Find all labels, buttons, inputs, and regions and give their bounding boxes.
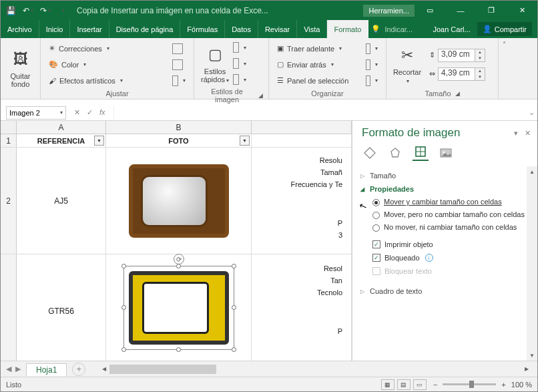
cell-b3[interactable]: ⟳ xyxy=(106,254,252,361)
radio-no-move[interactable]: No mover, ni cambiar tamaño con celdas xyxy=(360,221,529,234)
row-header-3[interactable] xyxy=(1,254,17,361)
column-header-rest[interactable] xyxy=(252,121,352,134)
quick-styles-button[interactable]: ▢ Estilosrápidos▾ xyxy=(200,40,230,87)
tab-data[interactable]: Datos xyxy=(225,20,258,38)
rotate-handle[interactable]: ⟳ xyxy=(174,254,184,264)
task-pane-options-icon[interactable]: ▾ xyxy=(514,129,518,138)
rotate-button[interactable]: ▾ xyxy=(363,73,380,88)
zoom-in-button[interactable]: + xyxy=(501,381,505,389)
tab-formulas[interactable]: Fórmulas xyxy=(180,20,225,38)
select-all-corner[interactable] xyxy=(1,121,17,134)
horizontal-scrollbar[interactable]: ◀▶ xyxy=(99,364,532,375)
fill-line-tab-icon[interactable] xyxy=(362,145,378,161)
tab-home[interactable]: Inicio xyxy=(39,20,71,38)
name-box[interactable]: Imagen 2▾ xyxy=(6,106,66,120)
width-input[interactable]: 4,39 cm▲▼ xyxy=(438,67,485,81)
accept-formula-icon[interactable]: ✓ xyxy=(87,108,93,117)
effects-tab-icon[interactable] xyxy=(387,145,403,161)
tab-format[interactable]: Formato xyxy=(327,20,368,38)
group-button[interactable]: ▾ xyxy=(363,57,380,72)
share-button[interactable]: 👤Compartir xyxy=(477,22,532,36)
redo-icon[interactable]: ↷▾ xyxy=(39,5,51,17)
column-header-a[interactable]: A xyxy=(17,121,106,134)
tab-file[interactable]: Archivo xyxy=(1,20,39,38)
minimize-button[interactable]: — xyxy=(445,1,476,20)
sheet-nav-prev[interactable]: ◀ xyxy=(6,365,11,373)
section-textbox[interactable]: ▷Cuadro de texto xyxy=(360,284,529,298)
radio-move-resize[interactable]: Mover y cambiar tamaño con celdas xyxy=(360,196,529,208)
task-pane-close-icon[interactable]: ✕ xyxy=(525,129,531,138)
cell-b1[interactable]: FOTO▼ xyxy=(106,134,252,147)
qat-customize-icon[interactable]: ▾ xyxy=(57,5,69,17)
height-input[interactable]: 3,09 cm▲▼ xyxy=(438,49,485,62)
view-page-layout-button[interactable]: ▤ xyxy=(397,379,411,390)
section-size[interactable]: ▷Tamaño xyxy=(360,169,529,182)
size-properties-tab-icon[interactable] xyxy=(413,145,429,161)
tab-insert[interactable]: Insertar xyxy=(70,20,109,38)
color-button[interactable]: 🎨Color▾ xyxy=(46,57,170,72)
resize-handle-n[interactable] xyxy=(176,264,181,268)
picture-tab-icon[interactable] xyxy=(438,145,454,161)
reset-picture-button[interactable]: ▾ xyxy=(170,73,188,88)
formula-input[interactable] xyxy=(113,106,525,120)
view-normal-button[interactable]: ▦ xyxy=(381,379,394,390)
sheet-tab-hoja1[interactable]: Hoja1 xyxy=(26,363,67,376)
zoom-slider[interactable] xyxy=(443,383,496,385)
cell-a2[interactable]: AJ5 xyxy=(17,148,106,254)
picture-effects-button[interactable]: ▾ xyxy=(230,56,249,71)
corrections-button[interactable]: ☀Correcciones▾ xyxy=(46,41,170,56)
add-sheet-button[interactable]: + xyxy=(72,363,85,376)
view-page-break-button[interactable]: ▭ xyxy=(413,379,427,390)
resize-handle-se[interactable] xyxy=(232,347,236,352)
resize-handle-w[interactable] xyxy=(121,305,126,310)
compress-pictures-button[interactable] xyxy=(170,41,188,56)
picture-layout-button[interactable]: ▾ xyxy=(230,72,249,87)
selection-pane-button[interactable]: ☰Panel de selección xyxy=(274,73,363,88)
crop-button[interactable]: ✂ Recortar▾ xyxy=(392,40,423,89)
row-header-1[interactable]: 1 xyxy=(1,134,17,147)
close-button[interactable]: ✕ xyxy=(507,1,537,20)
send-backward-button[interactable]: ▢Enviar atrás▾ xyxy=(274,57,363,72)
tab-page-layout[interactable]: Diseño de página xyxy=(109,20,181,38)
filter-button-foto[interactable]: ▼ xyxy=(240,136,250,146)
cancel-formula-icon[interactable]: ✕ xyxy=(74,108,80,117)
radio-move-only[interactable]: ↖ Mover, pero no cambiar tamaño con celd… xyxy=(360,208,529,221)
tab-view[interactable]: Vista xyxy=(297,20,327,38)
resize-handle-sw[interactable] xyxy=(121,347,126,352)
resize-handle-s[interactable] xyxy=(176,347,181,352)
tv-image-2-selected[interactable] xyxy=(129,271,229,345)
resize-handle-e[interactable] xyxy=(232,305,236,310)
collapse-ribbon-button[interactable]: ˄ xyxy=(499,38,509,99)
resize-handle-nw[interactable] xyxy=(121,264,126,268)
column-header-b[interactable]: B xyxy=(106,121,252,134)
ribbon-options-icon[interactable]: ▭ xyxy=(415,1,445,20)
filter-button-ref[interactable]: ▼ xyxy=(94,136,104,146)
cell-c1[interactable] xyxy=(252,134,352,147)
undo-icon[interactable]: ↶▾ xyxy=(22,5,34,17)
tell-me[interactable]: 💡Indicar... xyxy=(371,20,413,38)
task-pane-scrollbar[interactable]: ▲▼ xyxy=(527,166,537,361)
check-locked[interactable]: ✓Bloqueadoi xyxy=(360,251,529,264)
align-button[interactable]: ▾ xyxy=(363,41,380,56)
zoom-out-button[interactable]: − xyxy=(433,381,437,389)
user-name[interactable]: Joan Carl... xyxy=(433,25,470,33)
restore-button[interactable]: ❐ xyxy=(476,1,507,20)
resize-handle-ne[interactable] xyxy=(232,264,236,268)
expand-formula-bar-button[interactable]: ⌄ xyxy=(525,108,537,117)
cell-a1[interactable]: REFERENCIA▼ xyxy=(17,134,106,147)
bring-forward-button[interactable]: ▣Traer adelante▾ xyxy=(274,41,363,56)
remove-background-button[interactable]: 🖼 Quitarfondo xyxy=(6,40,35,97)
cell-a3[interactable]: GTR56 xyxy=(17,254,106,361)
change-picture-button[interactable] xyxy=(170,57,188,72)
fx-icon[interactable]: fx xyxy=(99,108,105,117)
artistic-effects-button[interactable]: 🖌Efectos artísticos▾ xyxy=(46,73,170,88)
info-icon[interactable]: i xyxy=(425,254,433,262)
sheet-nav-next[interactable]: ▶ xyxy=(15,365,21,373)
tab-review[interactable]: Revisar xyxy=(258,20,297,38)
check-print-object[interactable]: ✓Imprimir objeto xyxy=(360,238,529,251)
cell-b2[interactable] xyxy=(106,148,252,254)
save-icon[interactable]: 💾 xyxy=(5,5,17,17)
picture-border-button[interactable]: ▾ xyxy=(230,40,249,55)
section-properties[interactable]: ◢Propiedades xyxy=(360,182,529,196)
zoom-level[interactable]: 100 % xyxy=(511,381,532,389)
